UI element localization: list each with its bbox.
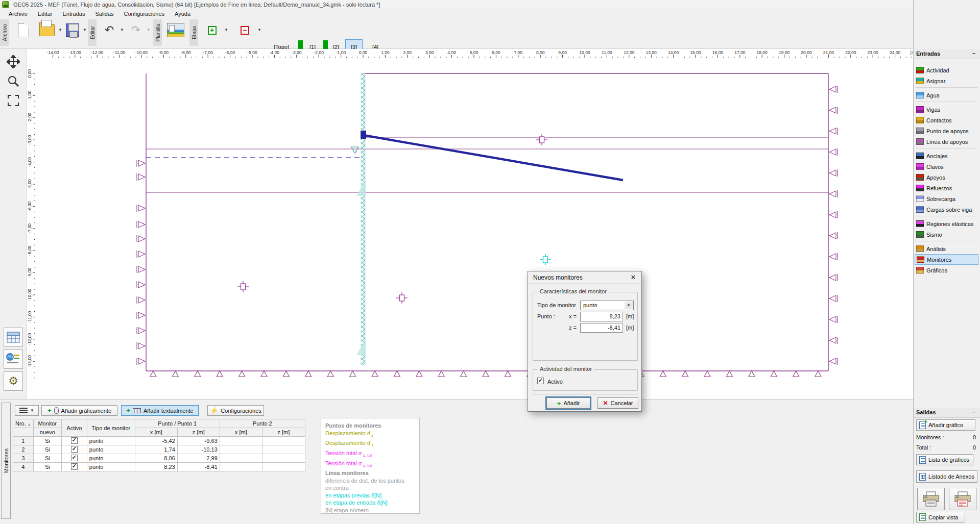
table-row[interactable]: 3Sipunto8,06-2,99 [13, 454, 305, 463]
table-menu-button[interactable]: ▼ [15, 405, 39, 416]
cancelar-button[interactable]: ✕ Cancelar [597, 397, 638, 409]
column-header-punto2[interactable]: Punto 2 [220, 419, 305, 428]
column-header-z2[interactable]: z [m] [262, 428, 305, 437]
sidebar-item-agua[interactable]: Agua [915, 90, 978, 101]
column-header-empty[interactable] [13, 428, 34, 437]
menu-item-ayuda[interactable]: Ayuda [170, 10, 195, 17]
sidebar-item-contactos[interactable]: Contactos [915, 115, 978, 126]
remove-stage-button[interactable]: − [238, 21, 251, 39]
z-input[interactable]: -8,41 [580, 323, 623, 333]
sidebar-item-label: Refuerzos [926, 185, 952, 191]
add-stage-dropdown[interactable]: ▼ [224, 27, 229, 33]
menu-item-editar[interactable]: Editar [33, 10, 57, 17]
sidebar-item-anclajes[interactable]: Anclajes [915, 151, 978, 161]
row-activo-checkbox[interactable] [71, 455, 78, 461]
row-activo-checkbox[interactable] [71, 463, 78, 470]
ruler-x-label: 12,00 [624, 50, 635, 55]
legend-entry: en etapas previas δ[N] [325, 492, 419, 500]
sidebar-item-clavos[interactable]: Clavos [915, 161, 978, 172]
redo-dropdown[interactable]: ▼ [146, 27, 151, 33]
sidebar-item-sismo[interactable]: Sismo [915, 229, 978, 240]
sidebar-item-l-nea-de-apoyos[interactable]: Línea de apoyos [915, 136, 978, 147]
pan-tool-button[interactable] [4, 52, 23, 71]
app-window: GEO5 2025 - MEF (Túnel, Flujo de agua, C… [0, 0, 980, 524]
column-header-x2[interactable]: x [m] [220, 428, 262, 437]
sidebar-item-vigas[interactable]: Vigas [915, 104, 978, 115]
redo-button[interactable]: ↷ [127, 21, 145, 39]
dialog-title-bar[interactable]: Nuevos monitores ✕ [528, 271, 641, 284]
add-graphically-button[interactable]: + Añadir gráficamente [41, 405, 117, 416]
table-row[interactable]: 2Sipunto1,74-10,13 [13, 445, 305, 454]
salidas-minimize[interactable]: – [970, 409, 977, 416]
sidebar-item-label: Agua [926, 92, 940, 98]
sidebar-item-cargas-sobre-viga[interactable]: Cargas sobre viga [915, 204, 978, 215]
sidebar-item-refuerzos[interactable]: Refuerzos [915, 183, 978, 193]
add-stage-button[interactable]: + [205, 21, 219, 39]
sidebar-item-asignar[interactable]: Asignar [915, 76, 978, 86]
sidebar-item-monitores[interactable]: Monitores [915, 254, 978, 265]
activo-checkbox[interactable] [537, 378, 544, 384]
open-file-dropdown[interactable]: ▼ [58, 27, 63, 33]
settings-button[interactable]: ⚙ [4, 371, 23, 391]
print-selection-button[interactable] [949, 488, 976, 510]
monitores-side-tab[interactable]: Monitores [1, 403, 11, 519]
sidebar-item-apoyos[interactable]: Apoyos [915, 172, 978, 183]
annex-list-label: Listado de Anexos [928, 473, 974, 480]
tipo-monitor-select[interactable]: punto ▼ [580, 301, 634, 310]
open-file-button[interactable] [37, 21, 57, 39]
add-textually-button[interactable]: + Añadir textualmente [121, 405, 199, 416]
column-header-monitor[interactable]: Monitor [33, 419, 61, 428]
legend-entry: diferencia de dist. de los puntos [325, 477, 419, 485]
menu-item-salidas[interactable]: Salidas [90, 10, 118, 17]
entradas-minimize[interactable]: – [970, 50, 977, 57]
undo-button[interactable]: ↶ [100, 21, 118, 39]
table-row[interactable]: 1Sipunto-5,42-9,63 [13, 437, 305, 445]
save-button[interactable] [63, 21, 82, 39]
anadir-button[interactable]: + Añadir [546, 397, 590, 409]
sismo-icon [916, 231, 924, 238]
row-activo-checkbox[interactable] [71, 446, 78, 453]
template-image-button[interactable] [164, 21, 187, 39]
sidebar-item-actividad[interactable]: Actividad [915, 65, 978, 76]
column-header-nuevo[interactable]: nuevo [33, 428, 61, 437]
contactos-icon [916, 117, 924, 123]
copy-view-button[interactable]: Copiar vista [916, 512, 965, 522]
fit-view-button[interactable] [4, 91, 23, 110]
sidebar-item-an-lisis[interactable]: Análisis [915, 243, 978, 254]
column-header-z1[interactable]: z [m] [177, 428, 220, 437]
sidebar-item-sobrecarga[interactable]: Sobrecarga [915, 193, 978, 204]
row-activo-checkbox[interactable] [71, 437, 78, 444]
sidebar-item-punto-de-apoyos[interactable]: Punto de apoyos [915, 126, 978, 136]
table-view-button[interactable] [4, 328, 23, 347]
table-row[interactable]: 4Sipunto8,23-8,41 [13, 463, 305, 471]
settings-table-button[interactable]: ⚡ Configuraciones [207, 405, 264, 416]
column-header-punto1[interactable]: Punto / Punto 1 [135, 419, 220, 428]
drawing-canvas[interactable]: -14,00-13,00-12,00-11,00-10,00-9,00-8,00… [27, 49, 913, 399]
annotate-button[interactable]: Ab [4, 350, 23, 369]
print-button[interactable] [917, 488, 945, 510]
zoom-tool-button[interactable] [4, 71, 23, 91]
new-file-button[interactable] [14, 21, 33, 39]
plus-icon: + [557, 400, 561, 407]
ruler-x-label: -1,00 [336, 50, 346, 55]
sidebar-item-label: Anclajes [926, 153, 948, 159]
model-drawing: -14,00-13,00-12,00-11,00-10,00-9,00-8,00… [27, 49, 913, 399]
menu-item-archivo[interactable]: Archivo [4, 10, 32, 17]
undo-dropdown[interactable]: ▼ [119, 27, 125, 33]
graph-list-button[interactable]: Lista de gráficos [916, 454, 973, 465]
menu-item-configuraciones[interactable]: Configuraciones [119, 10, 170, 17]
remove-stage-dropdown[interactable]: ▼ [257, 27, 262, 33]
column-header-tipo[interactable]: Tipo de monitor [87, 419, 135, 437]
column-header-nro[interactable]: Nro. ▲ [13, 419, 34, 428]
save-dropdown[interactable]: ▼ [82, 27, 87, 33]
sidebar-item-gr-ficos[interactable]: Gráficos [915, 265, 978, 276]
dialog-close-icon[interactable]: ✕ [629, 273, 637, 282]
monitors-table[interactable]: Nro. ▲MonitorActivoTipo de monitorPunto … [13, 419, 305, 471]
menu-item-entradas[interactable]: Entradas [58, 10, 89, 17]
x-input[interactable]: 8,23 [580, 312, 623, 321]
column-header-activo[interactable]: Activo [61, 419, 87, 437]
add-graph-button[interactable]: Añadir gráfico [916, 419, 975, 431]
annex-list-button[interactable]: Listado de Anexos [916, 470, 977, 483]
column-header-x1[interactable]: x [m] [135, 428, 177, 437]
sidebar-item-regiones-el-sticas[interactable]: Regiones elásticas [915, 218, 978, 229]
